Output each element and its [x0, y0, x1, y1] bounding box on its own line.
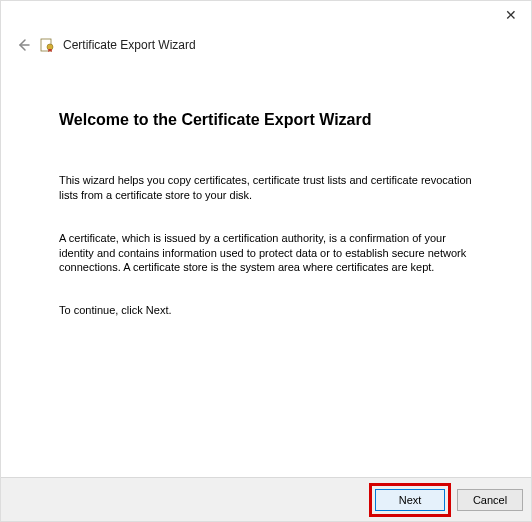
cancel-button[interactable]: Cancel	[457, 489, 523, 511]
page-heading: Welcome to the Certificate Export Wizard	[59, 111, 473, 129]
next-highlight: Next	[369, 483, 451, 517]
explanation-text: A certificate, which is issued by a cert…	[59, 231, 473, 276]
wizard-footer: Next Cancel	[1, 477, 531, 521]
next-button[interactable]: Next	[375, 489, 445, 511]
certificate-icon	[39, 37, 55, 53]
wizard-content: Welcome to the Certificate Export Wizard…	[1, 61, 531, 318]
wizard-header: Certificate Export Wizard	[1, 1, 531, 61]
continue-text: To continue, click Next.	[59, 303, 473, 318]
close-button[interactable]: ✕	[501, 5, 521, 25]
intro-text: This wizard helps you copy certificates,…	[59, 173, 473, 203]
back-arrow-icon[interactable]	[15, 37, 31, 53]
wizard-title: Certificate Export Wizard	[63, 38, 196, 52]
